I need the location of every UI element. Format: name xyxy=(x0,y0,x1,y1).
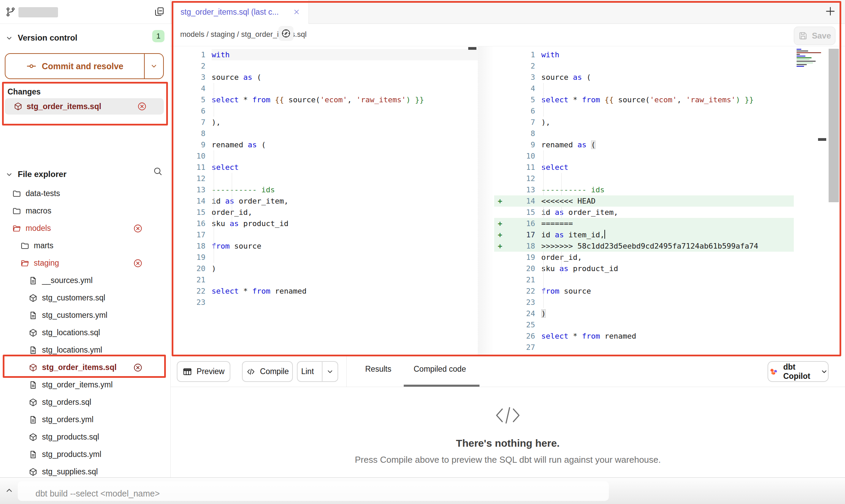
commit-options-dropdown[interactable] xyxy=(144,54,163,78)
code-line-3[interactable]: 3source as ( xyxy=(172,72,478,83)
code-line-22[interactable]: 22select * from renamed xyxy=(172,285,478,297)
file-explorer-item-stg-customers-yml[interactable]: stg_customers.yml xyxy=(0,307,171,324)
code-line-11[interactable]: 11 select xyxy=(172,162,478,173)
code-line-5[interactable]: 5 select * from {{ source('ecom', 'raw_i… xyxy=(172,94,478,105)
editor-pane-left[interactable]: 1with23source as (45 select * from {{ so… xyxy=(172,46,478,357)
code-line-1[interactable]: 1with xyxy=(494,49,794,60)
tab-results[interactable]: Results xyxy=(365,365,391,374)
code-line-18[interactable]: 18 from source xyxy=(172,240,478,252)
code-line-7[interactable]: 7), xyxy=(172,117,478,128)
file-explorer-item--sources-yml[interactable]: __sources.yml xyxy=(0,272,171,289)
lineage-compass-button[interactable] xyxy=(278,26,293,41)
code-line-15[interactable]: 15 order_id, xyxy=(172,207,478,218)
code-line-16[interactable]: 16 sku as product_id xyxy=(172,218,478,229)
code-line-12[interactable]: 12 xyxy=(172,173,478,184)
version-control-title: Version control xyxy=(18,33,77,43)
code-line-6[interactable]: 6 xyxy=(172,105,478,117)
code-line-20[interactable]: 20) xyxy=(172,263,478,274)
discard-change-icon[interactable] xyxy=(133,224,143,233)
compile-button[interactable]: Compile xyxy=(242,361,293,382)
minimap[interactable] xyxy=(796,48,827,70)
code-line-10[interactable]: 10 xyxy=(494,150,794,162)
file-explorer-item-stg-products-yml[interactable]: stg_products.yml xyxy=(0,446,171,463)
code-line-23[interactable]: 23 xyxy=(172,297,478,308)
expand-command-bar-icon[interactable] xyxy=(5,486,14,495)
version-control-header[interactable]: Version control 1 xyxy=(0,31,170,45)
code-line-14[interactable]: 14 id as order_item, xyxy=(172,195,478,207)
diff-added-line-17[interactable]: +17 id as item_id, xyxy=(494,229,794,240)
dbt-copilot-button[interactable]: dbt Copilot xyxy=(768,361,829,382)
file-explorer-item-stg-order-items-sql[interactable]: stg_order_items.sql xyxy=(0,359,171,376)
discard-change-icon[interactable] xyxy=(137,102,147,111)
code-line-2[interactable]: 2 xyxy=(494,60,794,72)
code-line-21[interactable]: 21 xyxy=(494,274,794,285)
code-line-6[interactable]: 6 xyxy=(494,105,794,117)
search-icon[interactable] xyxy=(153,166,162,176)
diff-added-line-16[interactable]: +16======= xyxy=(494,218,794,229)
code-line-1[interactable]: 1with xyxy=(172,49,478,60)
code-line-8[interactable]: 8 xyxy=(494,128,794,139)
code-line-7[interactable]: 7), xyxy=(494,117,794,128)
code-line-4[interactable]: 4 xyxy=(172,83,478,94)
code-line-19[interactable]: 19 order_id, xyxy=(494,252,794,263)
file-explorer-item-models[interactable]: models xyxy=(0,220,171,237)
code-line-2[interactable]: 2 xyxy=(172,60,478,72)
file-explorer-item-stg-locations-sql[interactable]: stg_locations.sql xyxy=(0,324,171,341)
new-tab-icon[interactable] xyxy=(825,5,836,17)
file-explorer-item-stg-products-sql[interactable]: stg_products.sql xyxy=(0,428,171,446)
code-line-17[interactable]: 17 xyxy=(172,229,478,240)
file-explorer-item-staging[interactable]: staging xyxy=(0,254,171,272)
file-explorer-item-stg-customers-sql[interactable]: stg_customers.sql xyxy=(0,289,171,307)
commit-and-resolve-button[interactable]: Commit and resolve xyxy=(5,53,164,79)
diff-added-line-18[interactable]: +18>>>>>>> 58c1dd23d5eebd9cd2495fa7124ab… xyxy=(494,240,794,252)
file-explorer-item-stg-locations-yml[interactable]: stg_locations.yml xyxy=(0,341,171,359)
code-line-22[interactable]: 22 from source xyxy=(494,285,794,297)
lint-button[interactable]: Lint xyxy=(297,361,338,382)
file-explorer-item-marts[interactable]: marts xyxy=(0,237,171,254)
file-explorer-item-stg-orders-sql[interactable]: stg_orders.sql xyxy=(0,394,171,411)
code-line-13[interactable]: 13 ---------- ids xyxy=(494,184,794,195)
code-line-21[interactable]: 21 xyxy=(172,274,478,285)
right-scrollbar[interactable] xyxy=(829,49,839,202)
discard-change-icon[interactable] xyxy=(133,258,143,268)
copy-files-icon[interactable] xyxy=(154,6,164,17)
code-line-8[interactable]: 8 xyxy=(172,128,478,139)
left-scrollbar-thumb[interactable] xyxy=(468,47,476,50)
file-explorer-header[interactable]: File explorer xyxy=(0,168,170,181)
indent-guide xyxy=(214,218,214,229)
preview-button[interactable]: Preview xyxy=(177,361,230,382)
code-line-12[interactable]: 12 xyxy=(494,173,794,184)
code-line-15[interactable]: 15 id as order_item, xyxy=(494,207,794,218)
text-cursor xyxy=(604,230,605,239)
file-explorer-item-stg-order-items-yml[interactable]: stg_order_items.yml xyxy=(0,376,171,394)
editor-pane-right[interactable]: 1with23source as (45 select * from {{ so… xyxy=(494,46,794,357)
code-line-11[interactable]: 11 select xyxy=(494,162,794,173)
discard-change-icon[interactable] xyxy=(133,363,143,372)
diff-added-line-14[interactable]: +14<<<<<<< HEAD xyxy=(494,195,794,207)
code-text: renamed as ( xyxy=(535,139,596,150)
code-line-3[interactable]: 3source as ( xyxy=(494,72,794,83)
lint-options-dropdown[interactable] xyxy=(322,362,338,381)
code-line-9[interactable]: 9renamed as ( xyxy=(172,139,478,150)
code-line-26[interactable]: 26select * from renamed xyxy=(494,330,794,342)
close-icon[interactable] xyxy=(293,8,300,16)
tab-stg-order-items[interactable]: stg_order_items.sql (last c... xyxy=(172,0,309,24)
file-explorer-item-macros[interactable]: macros xyxy=(0,202,171,220)
code-line-4[interactable]: 4 xyxy=(494,83,794,94)
file-explorer-item-stg-orders-yml[interactable]: stg_orders.yml xyxy=(0,411,171,428)
code-line-9[interactable]: 9renamed as ( xyxy=(494,139,794,150)
code-line-25[interactable]: 25 xyxy=(494,319,794,330)
code-line-24[interactable]: 24) xyxy=(494,308,794,319)
code-line-10[interactable]: 10 xyxy=(172,150,478,162)
code-line-20[interactable]: 20 sku as product_id xyxy=(494,263,794,274)
code-line-19[interactable]: 19 xyxy=(172,252,478,263)
command-input[interactable]: dbt build --select <model_name> xyxy=(18,481,609,501)
changed-file-row[interactable]: stg_order_items.sql xyxy=(5,98,164,115)
code-line-5[interactable]: 5 select * from {{ source('ecom', 'raw_i… xyxy=(494,94,794,105)
file-explorer-item-data-tests[interactable]: data-tests xyxy=(0,185,171,202)
code-line-13[interactable]: 13 ---------- ids xyxy=(172,184,478,195)
save-button[interactable]: Save xyxy=(794,27,835,45)
code-line-23[interactable]: 23 xyxy=(494,297,794,308)
tab-compiled-code[interactable]: Compiled code xyxy=(414,365,466,374)
code-line-27[interactable]: 27 xyxy=(494,342,794,353)
